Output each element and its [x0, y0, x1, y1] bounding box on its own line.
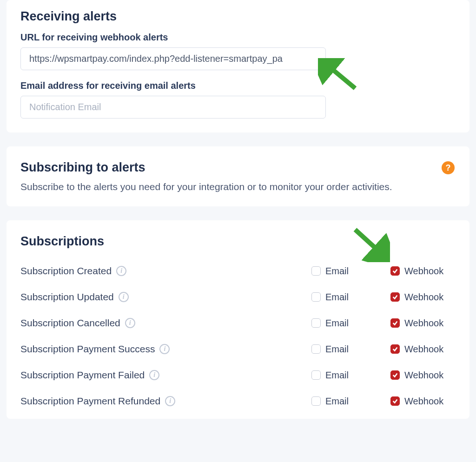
email-check-group: Email	[311, 318, 377, 329]
subscriptions-heading: Subscriptions	[20, 234, 456, 249]
subscription-name: Subscription Payment Failedi	[20, 370, 298, 381]
receiving-alerts-card: Receiving alerts URL for receiving webho…	[7, 0, 469, 132]
info-icon[interactable]: i	[165, 396, 175, 406]
webhook-url-field-group: URL for receiving webhook alerts	[20, 32, 456, 70]
webhook-checkbox[interactable]	[390, 344, 400, 354]
info-icon[interactable]: i	[125, 318, 135, 328]
email-checkbox[interactable]	[311, 396, 321, 406]
webhook-check-group: Webhook	[390, 318, 456, 329]
webhook-checkbox[interactable]	[390, 318, 400, 328]
subscription-name: Subscription Payment Successi	[20, 343, 298, 355]
webhook-check-group: Webhook	[390, 292, 456, 303]
email-checkbox[interactable]	[311, 344, 321, 354]
subscription-name-text: Subscription Cancelled	[20, 317, 120, 329]
email-check-group: Email	[311, 292, 377, 303]
email-checkbox-label: Email	[325, 292, 349, 303]
receiving-alerts-heading: Receiving alerts	[20, 9, 456, 24]
webhook-check-group: Webhook	[390, 266, 456, 277]
webhook-checkbox[interactable]	[390, 266, 400, 276]
subscription-name-text: Subscription Payment Success	[20, 343, 155, 355]
webhook-checkbox[interactable]	[390, 292, 400, 302]
webhook-checkbox-label: Webhook	[404, 292, 443, 303]
subscription-name-text: Subscription Payment Refunded	[20, 396, 160, 407]
webhook-checkbox-label: Webhook	[404, 318, 443, 329]
webhook-checkbox[interactable]	[390, 396, 400, 406]
email-checkbox[interactable]	[311, 266, 321, 276]
webhook-url-label: URL for receiving webhook alerts	[20, 32, 456, 43]
webhook-checkbox-label: Webhook	[404, 370, 443, 381]
email-check-group: Email	[311, 344, 377, 355]
email-field-group: Email address for receiving email alerts	[20, 80, 456, 119]
subscription-name: Subscription Cancelledi	[20, 317, 298, 329]
email-check-group: Email	[311, 370, 377, 381]
info-icon[interactable]: i	[149, 370, 159, 380]
email-check-group: Email	[311, 396, 377, 407]
webhook-checkbox-label: Webhook	[404, 344, 443, 355]
email-checkbox-label: Email	[325, 344, 349, 355]
subscription-name-text: Subscription Created	[20, 265, 112, 277]
subscription-name: Subscription Payment Refundedi	[20, 396, 298, 407]
email-checkbox-label: Email	[325, 318, 349, 329]
subscribing-alerts-description: Subscribe to the alerts you need for you…	[20, 181, 456, 192]
subscription-row: Subscription Payment SuccessiEmailWebhoo…	[20, 336, 456, 362]
webhook-checkbox-label: Webhook	[404, 396, 443, 407]
webhook-check-group: Webhook	[390, 370, 456, 381]
subscription-name: Subscription Createdi	[20, 265, 298, 277]
email-checkbox-label: Email	[325, 396, 349, 407]
info-icon[interactable]: i	[119, 292, 129, 302]
email-check-group: Email	[311, 266, 377, 277]
info-icon[interactable]: i	[116, 266, 126, 276]
webhook-check-group: Webhook	[390, 344, 456, 355]
subscription-name: Subscription Updatedi	[20, 291, 298, 303]
subscription-row: Subscription CreatediEmailWebhook	[20, 258, 456, 284]
webhook-checkbox[interactable]	[390, 370, 400, 380]
email-checkbox[interactable]	[311, 292, 321, 302]
subscription-row: Subscription Payment RefundediEmailWebho…	[20, 388, 456, 414]
subscription-row: Subscription UpdatediEmailWebhook	[20, 284, 456, 310]
email-checkbox[interactable]	[311, 370, 321, 380]
subscribing-alerts-heading: Subscribing to alerts	[20, 160, 456, 175]
email-alerts-input[interactable]	[20, 96, 326, 119]
subscription-row: Subscription Payment FailediEmailWebhook	[20, 362, 456, 388]
subscribing-alerts-card: ? Subscribing to alerts Subscribe to the…	[7, 146, 469, 206]
help-icon[interactable]: ?	[442, 161, 455, 174]
webhook-checkbox-label: Webhook	[404, 266, 443, 277]
info-icon[interactable]: i	[159, 344, 170, 354]
email-checkbox-label: Email	[325, 266, 349, 277]
subscription-name-text: Subscription Updated	[20, 291, 114, 303]
email-checkbox-label: Email	[325, 370, 349, 381]
subscription-row: Subscription CancellediEmailWebhook	[20, 310, 456, 336]
email-alerts-label: Email address for receiving email alerts	[20, 80, 456, 91]
subscription-name-text: Subscription Payment Failed	[20, 370, 145, 381]
subscriptions-card: Subscriptions Subscription CreatediEmail…	[7, 220, 469, 419]
email-checkbox[interactable]	[311, 318, 321, 328]
webhook-check-group: Webhook	[390, 396, 456, 407]
webhook-url-input[interactable]	[20, 47, 326, 70]
